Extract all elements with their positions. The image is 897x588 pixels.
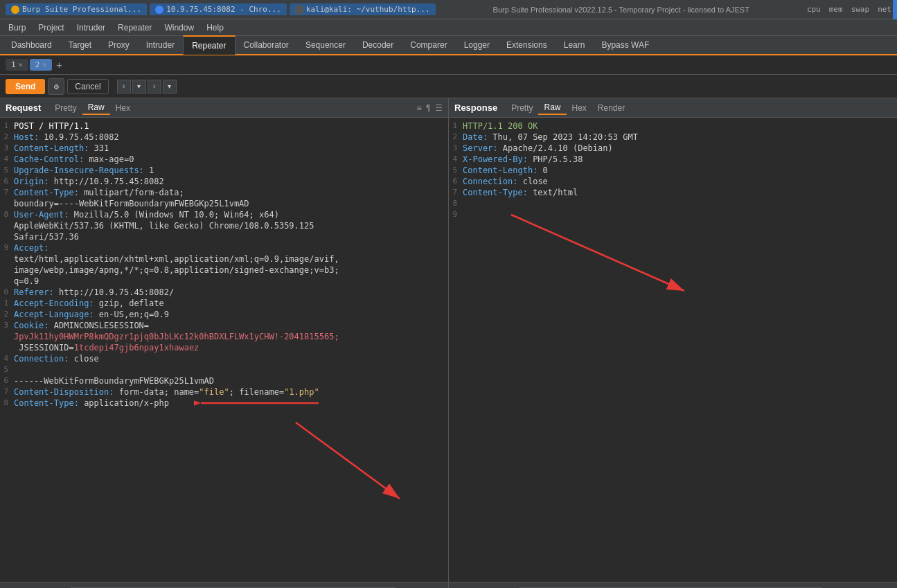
bottom-right: ? ⚙ ◀ ▶ CSDN @EMT00923 xyxy=(448,582,897,588)
tab-comparer[interactable]: Comparer xyxy=(402,35,455,55)
settings-button[interactable]: ⚙ xyxy=(48,78,64,95)
response-scroll-indicator xyxy=(893,0,897,19)
response-code-area[interactable]: 1 HTTP/1.1 200 OK 2 Date: Thu, 07 Sep 20… xyxy=(449,118,897,582)
terminal-favicon xyxy=(295,6,303,14)
response-tab-hex[interactable]: Hex xyxy=(567,102,592,114)
title-bar: Burp Suite Professional... 10.9.75.45:80… xyxy=(0,0,897,19)
burp-favicon xyxy=(11,6,19,14)
repeater-tab-2[interactable]: 2 × xyxy=(30,59,53,71)
menu-burp[interactable]: Burp xyxy=(3,21,31,34)
request-panel: Request Pretty Raw Hex ≡ ¶ ☰ 1 POST / HT… xyxy=(0,98,449,582)
tab-sequencer[interactable]: Sequencer xyxy=(297,35,354,55)
menu-intruder[interactable]: Intruder xyxy=(71,21,111,34)
menu-window[interactable]: Window xyxy=(159,21,199,34)
response-panel-title: Response xyxy=(454,103,497,113)
chrome-favicon xyxy=(155,6,163,14)
request-line-17: 7 Content-Disposition: form-data; name="… xyxy=(0,386,448,398)
cancel-button[interactable]: Cancel xyxy=(67,79,108,94)
more-icon[interactable]: ☰ xyxy=(435,103,443,113)
response-tab-raw[interactable]: Raw xyxy=(538,101,566,115)
request-line-2: 2 Host: 10.9.75.45:8082 xyxy=(0,132,448,143)
bottom-bar: ? ⚙ ◀ ▶ 0 matches ? ⚙ ◀ ▶ CSDN @EMT00923 xyxy=(0,582,897,588)
response-line-1: 1 HTTP/1.1 200 OK xyxy=(449,121,897,132)
mem-stat: mem xyxy=(829,5,843,14)
new-tab-button[interactable]: + xyxy=(53,60,64,71)
response-line-3: 3 Server: Apache/2.4.10 (Debian) xyxy=(449,143,897,154)
word-wrap-icon[interactable]: ≡ xyxy=(417,103,422,113)
request-line-9d: q=0.9 xyxy=(0,276,448,287)
format-icon[interactable]: ¶ xyxy=(426,103,431,113)
tab-extensions[interactable]: Extensions xyxy=(498,35,556,55)
request-line-7b: boundary=----WebKitFormBoundarymFWEBGKp2… xyxy=(0,198,448,209)
tab-target[interactable]: Target xyxy=(60,35,100,55)
swap-stat: swap xyxy=(851,5,870,14)
menu-project[interactable]: Project xyxy=(33,21,69,34)
prev-button[interactable]: ‹ xyxy=(117,80,131,93)
system-stats: cpu mem swap net xyxy=(807,5,891,14)
prev-dropdown[interactable]: ▾ xyxy=(132,80,146,93)
request-line-11: 1 Accept-Encoding: gzip, deflate xyxy=(0,298,448,309)
toolbar: Send ⚙ Cancel ‹ ▾ › ▾ xyxy=(0,75,897,98)
tab-collaborator[interactable]: Collaborator xyxy=(236,35,297,55)
repeater-tab-1[interactable]: 1 × xyxy=(6,59,28,71)
request-line-12: 2 Accept-Language: en-US,en;q=0.9 xyxy=(0,309,448,320)
request-line-5: 5 Upgrade-Insecure-Requests: 1 xyxy=(0,165,448,176)
response-line-5: 5 Content-Length: 0 xyxy=(449,165,897,176)
response-line-6: 6 Connection: close xyxy=(449,176,897,187)
repeater-tab-2-close[interactable]: × xyxy=(42,61,46,69)
request-line-16: 6 ------WebKitFormBoundarymFWEBGKp25L1vm… xyxy=(0,375,448,386)
tab-intruder[interactable]: Intruder xyxy=(138,35,183,55)
request-line-8a: 8 User-Agent: Mozilla/5.0 (Windows NT 10… xyxy=(0,209,448,220)
request-line-8b: AppleWebKit/537.36 (KHTML, like Gecko) C… xyxy=(0,220,448,231)
send-button[interactable]: Send xyxy=(6,79,45,94)
title-tab-terminal[interactable]: kali@kali: ~/vuthub/http... xyxy=(290,3,436,15)
request-line-9b: text/html,application/xhtml+xml,applicat… xyxy=(0,253,448,265)
tab-dashboard[interactable]: Dashboard xyxy=(3,35,60,55)
request-line-1: 1 POST / HTTP/1.1 xyxy=(0,121,448,132)
response-line-4: 4 X-Powered-By: PHP/5.5.38 xyxy=(449,154,897,165)
svg-line-5 xyxy=(511,215,684,291)
nav-arrows: ‹ ▾ › ▾ xyxy=(117,80,177,93)
request-tab-hex[interactable]: Hex xyxy=(110,102,136,114)
svg-line-3 xyxy=(296,422,400,499)
repeater-tabs: 1 × 2 × + xyxy=(0,55,897,75)
tab-learn[interactable]: Learn xyxy=(556,35,594,55)
tab-bypass-waf[interactable]: Bypass WAF xyxy=(593,35,657,55)
response-panel: Response Pretty Raw Hex Render 1 HTTP/1.… xyxy=(449,98,897,582)
response-tab-render[interactable]: Render xyxy=(592,102,630,114)
request-annotation-arrow xyxy=(275,416,427,513)
tab-logger[interactable]: Logger xyxy=(456,35,498,55)
response-line-9: 9 xyxy=(449,209,897,220)
request-line-6: 6 Origin: http://10.9.75.45:8082 xyxy=(0,176,448,187)
repeater-tab-1-label: 1 xyxy=(11,60,16,69)
request-tab-raw[interactable]: Raw xyxy=(82,101,110,115)
request-panel-icons: ≡ ¶ ☰ xyxy=(417,103,443,113)
response-tab-pretty[interactable]: Pretty xyxy=(506,102,538,114)
request-line-4: 4 Cache-Control: max-age=0 xyxy=(0,154,448,165)
tab-repeater[interactable]: Repeater xyxy=(183,35,235,55)
title-tab-chrome[interactable]: 10.9.75.45:8082 - Chro... xyxy=(150,3,287,15)
tab-proxy[interactable]: Proxy xyxy=(100,35,138,55)
request-line-7a: 7 Content-Type: multipart/form-data; xyxy=(0,187,448,198)
title-tab-burp-label: Burp Suite Professional... xyxy=(22,5,141,14)
title-tab-burp[interactable]: Burp Suite Professional... xyxy=(6,3,147,15)
tab-decoder[interactable]: Decoder xyxy=(354,35,402,55)
bottom-left: ? ⚙ ◀ ▶ 0 matches xyxy=(0,582,448,588)
title-tab-chrome-label: 10.9.75.45:8082 - Chro... xyxy=(166,5,281,14)
request-line-9a: 9 Accept: xyxy=(0,242,448,253)
repeater-tab-1-close[interactable]: × xyxy=(19,61,23,69)
menu-repeater[interactable]: Repeater xyxy=(112,21,157,34)
next-button[interactable]: › xyxy=(148,80,161,93)
menu-help[interactable]: Help xyxy=(201,21,229,34)
request-line-18: 8 Content-Type: application/x-php xyxy=(0,398,448,409)
request-line-9c: image/webp,image/apng,*/*;q=0.8,applicat… xyxy=(0,265,448,276)
cpu-stat: cpu xyxy=(807,5,821,14)
repeater-tab-2-label: 2 xyxy=(35,60,40,69)
response-panel-header: Response Pretty Raw Hex Render xyxy=(449,98,897,118)
request-line-8c: Safari/537.36 xyxy=(0,231,448,242)
request-line-13c: JSESSIONID=1tcdepi47gjb6npay1xhawaez xyxy=(0,342,448,353)
next-dropdown[interactable]: ▾ xyxy=(163,80,177,93)
request-line-13b: JpvJk11hy0HWMrP8kmQDgzr1pjq0bJbLKc12k0hB… xyxy=(0,331,448,342)
request-code-area[interactable]: 1 POST / HTTP/1.1 2 Host: 10.9.75.45:808… xyxy=(0,118,448,582)
request-tab-pretty[interactable]: Pretty xyxy=(49,102,82,114)
